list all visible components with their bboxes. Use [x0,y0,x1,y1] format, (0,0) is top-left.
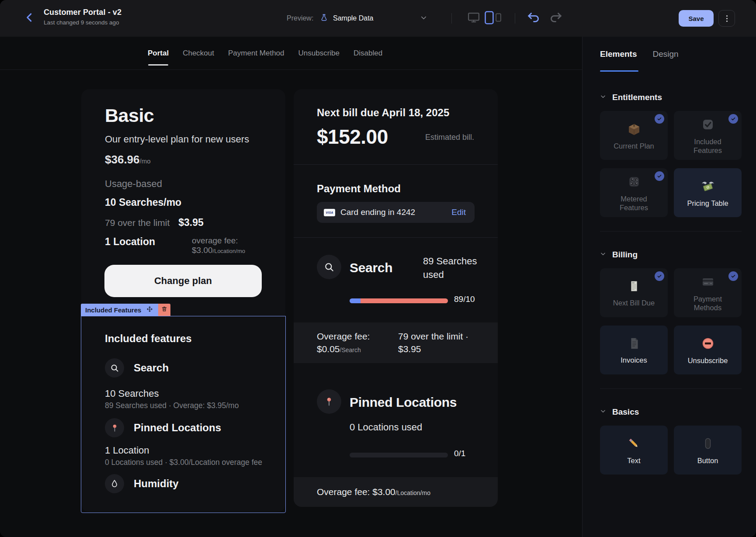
search-icon [105,358,124,378]
tile-payment-methods[interactable]: Payment Methods [674,268,742,317]
tile-text[interactable]: Text [600,426,668,475]
chevron-down-icon [600,94,606,101]
plan-card: Basic Our entry-level plan for new users… [81,89,285,512]
check-badge-icon [728,114,738,124]
feature-search-label: Search [134,362,169,374]
tab-checkout[interactable]: Checkout [183,46,214,60]
tab-disabled[interactable]: Disabled [354,46,382,60]
feature-search-row: Search [105,358,169,378]
section-divider [600,388,742,389]
included-features-selection-badge: Included Features [81,304,170,316]
searches-overage-row: 79 over the limit $3.95 [105,217,262,229]
canvas-column: Portal Checkout Payment Method Unsubscri… [0,37,582,537]
preview-label: Preview: [287,0,313,37]
feature-humidity-row: Humidity [105,474,179,493]
locations-overage-text: Overage fee: $3.00/Location/mo [317,487,430,497]
tablet-icon [484,11,494,26]
change-plan-button[interactable]: Change plan [104,265,262,297]
move-icon [146,306,153,314]
edit-payment-link[interactable]: Edit [451,208,466,217]
tile-metered-features[interactable]: Metered Features [600,168,668,217]
page-title: Customer Portal - v2 [44,8,121,17]
button-icon [700,436,716,453]
locations-usage-text: 0 Locations used [350,420,422,434]
usage-based-label: Usage-based [105,178,162,190]
search-usage-bar-overage [361,298,448,303]
feature-humidity-label: Humidity [134,478,179,490]
searches-entitlement: 10 Searches/mo [105,197,181,208]
device-phone-button[interactable] [496,0,501,37]
topbar-divider [515,13,515,24]
redo-button[interactable] [549,0,562,37]
section-billing: Billing Next Bill Due Payment Methods [583,250,756,389]
document-icon [627,336,642,353]
kebab-icon [726,15,728,22]
pin-icon [317,389,341,414]
locations-overage-footer: Overage fee: $3.00/Location/mo [294,477,498,507]
monitor-icon [467,11,481,26]
undo-button[interactable] [527,0,541,37]
tile-invoices[interactable]: Invoices [600,326,668,374]
overage-fee-price: $0.05/Search [317,344,370,354]
device-desktop-button[interactable] [467,0,481,37]
tab-payment-method[interactable]: Payment Method [228,46,284,60]
estimated-bill-note: Estimated bill. [425,133,474,142]
no-entry-icon [700,336,716,353]
section-basics-header[interactable]: Basics [600,407,742,417]
tab-unsubscribe[interactable]: Unsubscribe [298,46,340,60]
selection-drag-handle[interactable]: Included Features [81,304,158,316]
delete-element-button[interactable] [158,304,170,316]
portal-tabstrip: Portal Checkout Payment Method Unsubscri… [0,37,582,70]
plan-price-unit: /mo [140,157,151,165]
last-changed-status: Last changed 9 seconds ago [44,19,121,26]
preview-data-picker[interactable]: Sample Data [320,0,374,37]
chevron-down-icon [600,408,606,416]
feature-locations-row: Pinned Locations [105,418,221,437]
location-entitlement-row: 1 Location overage fee: $3.00/Location/m… [105,236,262,248]
search-usage-bar-included [350,298,361,303]
tile-button[interactable]: Button [674,426,742,475]
undo-icon [527,12,541,25]
more-options-button[interactable] [718,10,735,27]
divider [294,237,498,238]
tab-design[interactable]: Design [652,37,678,72]
device-tablet-button[interactable] [484,0,494,37]
tile-pricing-table[interactable]: Pricing Table [674,168,742,217]
search-quota: 10 Searches [105,388,159,399]
tab-elements[interactable]: Elements [600,37,637,72]
search-usage-text: 89 Searchesused [423,254,480,281]
over-limit-amount: $3.95 [398,344,468,354]
over-limit-text: 79 over the limit · [398,331,468,342]
preview-dropdown-chevron[interactable] [420,0,428,37]
elements-sidebar: Elements Design Entitlements Current Pla… [582,37,756,537]
back-chevron-icon [24,12,35,25]
save-button[interactable]: Save [679,10,714,27]
droplet-icon [105,474,124,493]
back-button[interactable] [22,10,38,26]
over-limit-label: 79 over the limit [105,218,170,228]
included-features-heading: Included features [105,333,192,345]
money-wings-icon [700,178,716,196]
package-icon [626,121,642,139]
tile-current-plan[interactable]: Current Plan [600,111,668,160]
section-entitlements-header[interactable]: Entitlements [600,93,742,102]
search-overage-row: Overage fee: $0.05/Search 79 over the li… [294,322,498,363]
check-badge-icon [728,271,738,281]
location-fee-note: overage fee: $3.00/Location/mo [192,236,262,255]
tab-portal[interactable]: Portal [148,46,169,60]
visa-icon: VISA [324,209,335,216]
topbar-divider [451,13,452,24]
search-usage-bar [350,298,448,303]
section-billing-header[interactable]: Billing [600,250,742,260]
preview-value: Sample Data [333,14,374,22]
app-window: Customer Portal - v2 Last changed 9 seco… [0,0,756,537]
tile-unsubscribe[interactable]: Unsubscribe [674,326,742,374]
check-badge-icon [655,171,664,181]
search-usage-note: 89 Searches used · Overage: $3.95/mo [105,401,239,410]
receipt-icon [627,279,642,295]
tile-next-bill-due[interactable]: Next Bill Due [600,268,668,317]
locations-meter-title: Pinned Locations [350,395,457,410]
chevron-down-icon [420,14,428,24]
plan-price: $36.96/mo [105,153,151,166]
tile-included-features[interactable]: Included Features [674,111,742,160]
